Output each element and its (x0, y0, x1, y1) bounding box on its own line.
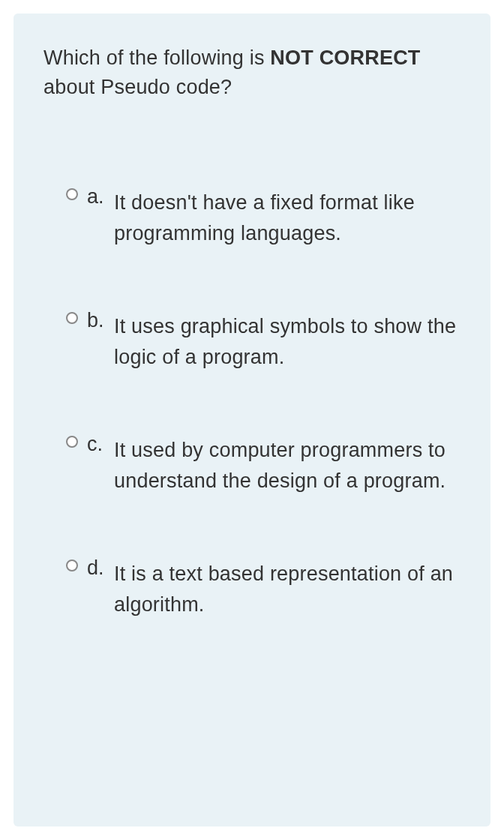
option-d[interactable]: d. It is a text based representation of … (66, 556, 460, 620)
radio-wrap (66, 432, 78, 451)
option-b[interactable]: b. It uses graphical symbols to show the… (66, 308, 460, 372)
option-text-a: It doesn't have a fixed format like prog… (114, 184, 460, 248)
option-label-wrap: b. It uses graphical symbols to show the… (87, 308, 460, 372)
option-text-b: It uses graphical symbols to show the lo… (114, 308, 460, 372)
question-suffix: about Pseudo code? (44, 76, 232, 98)
radio-d[interactable] (66, 560, 78, 572)
radio-c[interactable] (66, 436, 78, 448)
option-a[interactable]: a. It doesn't have a fixed format like p… (66, 184, 460, 248)
option-label-wrap: a. It doesn't have a fixed format like p… (87, 184, 460, 248)
option-letter-b: b. (87, 308, 110, 332)
option-label-wrap: c. It used by computer programmers to un… (87, 432, 460, 496)
radio-wrap (66, 556, 78, 574)
question-bold: NOT CORRECT (270, 46, 420, 69)
option-letter-a: a. (87, 184, 110, 208)
radio-wrap (66, 184, 78, 203)
question-card: Which of the following is NOT CORRECT ab… (14, 14, 490, 826)
option-label-wrap: d. It is a text based representation of … (87, 556, 460, 620)
option-text-c: It used by computer programmers to under… (114, 432, 460, 496)
question-text: Which of the following is NOT CORRECT ab… (44, 44, 460, 102)
option-text-d: It is a text based representation of an … (114, 556, 460, 620)
question-prefix: Which of the following is (44, 46, 270, 69)
option-c[interactable]: c. It used by computer programmers to un… (66, 432, 460, 496)
radio-b[interactable] (66, 312, 78, 324)
options-list: a. It doesn't have a fixed format like p… (44, 184, 460, 620)
radio-wrap (66, 308, 78, 327)
option-letter-d: d. (87, 556, 110, 580)
radio-a[interactable] (66, 188, 78, 200)
option-letter-c: c. (87, 432, 110, 456)
